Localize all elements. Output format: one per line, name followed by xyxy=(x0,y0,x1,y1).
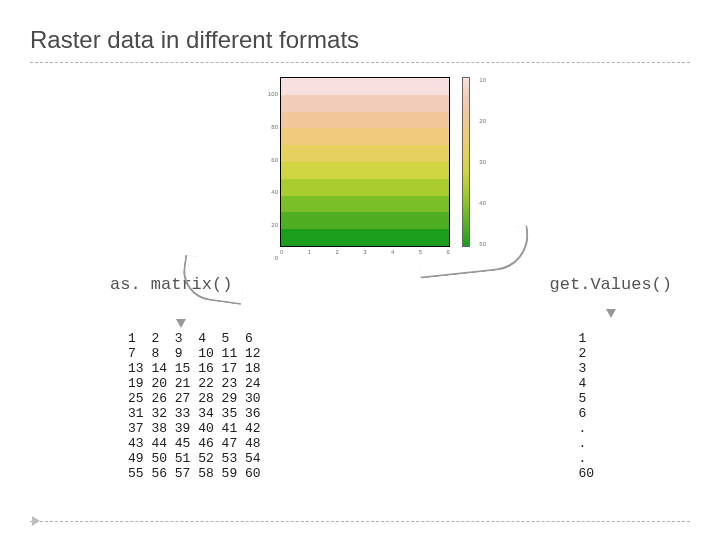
raster-plot: 100 80 60 40 20 0 10 20 30 40 50 0 1 2 xyxy=(262,77,472,255)
vector-output: 1 2 3 4 5 6 . . . 60 xyxy=(578,331,594,481)
get-values-heading: get.Values() xyxy=(550,275,672,294)
slide-title: Raster data in different formats xyxy=(0,0,720,62)
divider-bottom xyxy=(30,521,690,522)
slide-marker-icon xyxy=(32,516,40,526)
slide-content: 100 80 60 40 20 0 10 20 30 40 50 0 1 2 xyxy=(0,63,720,483)
arrow-to-matrix-icon xyxy=(196,299,198,325)
colorbar-ticks: 10 20 30 40 50 xyxy=(479,77,486,247)
colorbar xyxy=(462,77,470,247)
y-axis-ticks: 100 80 60 40 20 0 xyxy=(264,91,278,261)
arrow-to-vector-icon xyxy=(470,261,580,263)
matrix-output: 1 2 3 4 5 6 7 8 9 10 11 12 13 14 15 16 1… xyxy=(128,331,261,481)
heatmap-area: 10 20 30 40 50 xyxy=(280,77,450,247)
